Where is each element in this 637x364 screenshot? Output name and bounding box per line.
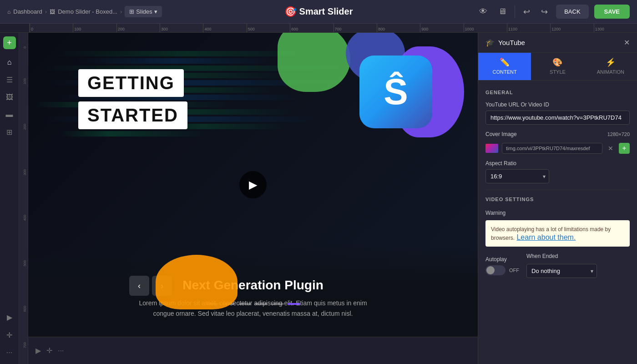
warning-link[interactable]: Learn about them. — [516, 233, 576, 241]
dot-5[interactable] — [271, 303, 284, 305]
topbar: ⌂ Dashboard › 🖼 Demo Slider - Boxed... ›… — [0, 0, 637, 24]
bottom-icon-2[interactable]: ✛ — [46, 346, 52, 355]
general-section-label: GENERAL — [485, 90, 630, 95]
panel-content: GENERAL YouTube URL Or Video ID Cover Im… — [478, 81, 637, 292]
cover-preview-row: timg.com/vi/3PPtkRU7D74/maxresdef ✕ + — [485, 143, 630, 154]
ruler-mark-300: 300 — [160, 24, 203, 32]
slides-icon: ⊞ — [129, 8, 134, 15]
redo-icon[interactable]: ↪ — [538, 4, 551, 20]
breadcrumb-demo-slider[interactable]: Demo Slider - Boxed... — [58, 8, 117, 15]
vruler-3: 300 — [23, 169, 27, 175]
dot-3[interactable] — [238, 303, 251, 305]
warning-box: Video autoplaying has a lot of limitatio… — [485, 220, 630, 247]
autoplay-slider — [485, 265, 506, 275]
vruler-0: 0 — [23, 46, 27, 48]
topbar-right: 👁 🖥 ↩ ↪ BACK SAVE — [476, 4, 630, 20]
home-icon: ⌂ — [7, 9, 10, 15]
content-tab-icon: ✏️ — [500, 57, 510, 67]
cover-image-label: Cover Image — [485, 131, 604, 137]
cover-image-field: Cover Image 1280×720 timg.com/vi/3PPtkRU… — [485, 131, 630, 154]
sidebar-play-icon[interactable]: ▶ — [3, 309, 16, 325]
warning-label-row: Warning — [485, 208, 630, 217]
autoplay-toggle[interactable] — [485, 265, 506, 275]
section-divider-1 — [485, 190, 630, 190]
sidebar-move-icon[interactable]: ✛ — [3, 327, 16, 343]
cover-add-button[interactable]: + — [619, 143, 630, 154]
cover-image-size: 1280×720 — [607, 131, 630, 137]
dot-4[interactable] — [255, 303, 268, 305]
ss-logo-letter: Ŝ — [384, 71, 408, 113]
ruler-mark-900: 900 — [420, 24, 463, 32]
autoplay-label: Autoplay — [485, 256, 519, 263]
bottom-ellipsis[interactable]: ··· — [58, 347, 64, 355]
panel-tabs: ✏️ CONTENT 🎨 STYLE ⚡ ANIMATION — [478, 53, 637, 81]
tab-style[interactable]: 🎨 STYLE — [531, 53, 584, 80]
sidebar-more-icon[interactable]: ··· — [3, 345, 16, 360]
breadcrumb-dashboard[interactable]: Dashboard — [13, 8, 42, 15]
started-label: STARTED — [87, 105, 178, 125]
canvas-container: 0 100 200 300 400 500 600 700 — [19, 33, 478, 364]
autoplay-group: Autoplay OFF — [485, 256, 519, 275]
cover-url-text: timg.com/vi/3PPtkRU7D74/maxresdef — [502, 143, 602, 154]
panel-header-left: 🎓 YouTube — [485, 38, 525, 47]
panel-title: YouTube — [498, 39, 525, 46]
tab-content[interactable]: ✏️ CONTENT — [478, 53, 531, 80]
save-button[interactable]: SAVE — [594, 5, 630, 19]
blob-orange — [156, 255, 238, 309]
bottom-icon-1[interactable]: ▶ — [35, 346, 41, 355]
preview-icon[interactable]: 👁 — [476, 4, 490, 19]
sidebar-grid-icon[interactable]: ⊞ — [3, 124, 16, 140]
sidebar-layers-icon[interactable]: ☰ — [3, 72, 16, 88]
panel-youtube-icon: 🎓 — [485, 38, 495, 47]
tab-animation[interactable]: ⚡ ANIMATION — [584, 53, 637, 80]
autoplay-toggle-wrap: OFF — [485, 265, 519, 275]
logo-icon: 🎯 — [284, 6, 297, 18]
when-ended-group: When Ended Do nothing Replay Go to next … — [526, 253, 597, 278]
sidebar-strip-icon[interactable]: ▬ — [2, 107, 17, 122]
desktop-icon[interactable]: 🖥 — [495, 4, 509, 19]
panel-close-button[interactable]: ✕ — [624, 38, 630, 47]
breadcrumb-sep-2: › — [120, 8, 122, 15]
sidebar-image-icon[interactable]: 🖼 — [2, 90, 17, 105]
aspect-ratio-field: Aspect Ratio 16:9 4:3 1:1 21:9 ▾ — [485, 160, 630, 183]
ruler-corner — [0, 24, 30, 33]
topbar-logo: 🎯 Smart Slider — [284, 6, 353, 18]
vertical-ruler: 0 100 200 300 400 500 600 700 — [19, 33, 28, 364]
ruler-mark-200: 200 — [116, 24, 160, 32]
play-button[interactable]: ▶ — [239, 171, 267, 198]
youtube-url-label: YouTube URL Or Video ID — [485, 101, 630, 108]
slider-icon: 🖼 — [50, 9, 55, 15]
back-button[interactable]: BACK — [556, 5, 588, 19]
right-panel: 🎓 YouTube ✕ ✏️ CONTENT 🎨 STYLE ⚡ ANIMATI… — [478, 33, 637, 364]
slides-button[interactable]: ⊞ Slides ▾ — [125, 6, 162, 17]
when-ended-select[interactable]: Do nothing Replay Go to next slide Go to… — [526, 264, 597, 278]
prev-arrow[interactable]: ‹ — [129, 276, 149, 296]
ruler-mark-700: 700 — [334, 24, 377, 32]
logo-text: Smart Slider — [299, 6, 353, 17]
tab-style-label: STYLE — [550, 69, 566, 75]
getting-started-text: GETTING STARTED — [78, 69, 187, 129]
vruler-6: 600 — [23, 306, 27, 312]
tab-content-label: CONTENT — [493, 69, 517, 75]
vruler-7: 700 — [23, 342, 27, 348]
aspect-ratio-label: Aspect Ratio — [485, 160, 630, 167]
ruler-marks: 0 100 200 300 400 500 600 700 800 900 10… — [30, 24, 637, 32]
when-ended-label: When Ended — [526, 253, 597, 259]
sidebar-home-icon[interactable]: ⌂ — [4, 55, 15, 70]
youtube-url-input[interactable] — [485, 111, 630, 125]
slides-chevron: ▾ — [154, 8, 157, 15]
undo-icon[interactable]: ↩ — [521, 4, 533, 20]
cover-clear-button[interactable]: ✕ — [606, 143, 615, 154]
started-box: STARTED — [78, 101, 187, 129]
slide-frame: GETTING STARTED Ŝ ▶ Next Generation Plug… — [28, 33, 478, 337]
cover-thumbnail — [485, 144, 498, 153]
horizontal-ruler-row: 0 100 200 300 400 500 600 700 800 900 10… — [0, 24, 637, 33]
ruler-mark-1300: 1300 — [594, 24, 637, 32]
getting-box: GETTING — [78, 69, 184, 97]
aspect-ratio-select[interactable]: 16:9 4:3 1:1 21:9 — [485, 169, 549, 183]
add-button[interactable]: + — [3, 36, 16, 49]
vruler-4: 400 — [23, 215, 27, 221]
dot-6[interactable] — [288, 303, 300, 305]
vruler-2: 200 — [23, 124, 27, 130]
ruler-mark-400: 400 — [203, 24, 246, 32]
